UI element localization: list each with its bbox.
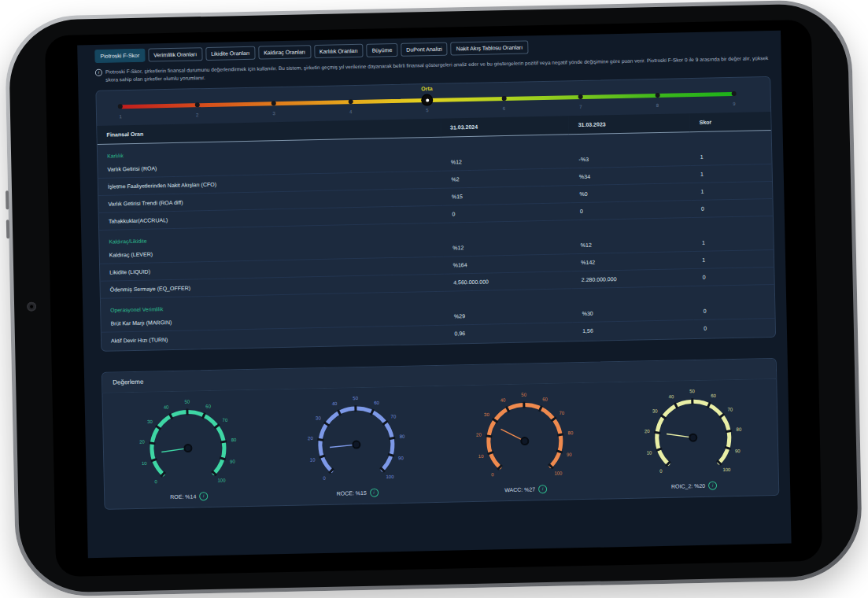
svg-text:80: 80 <box>231 437 237 442</box>
value-2023: 1,56 <box>573 319 694 339</box>
svg-text:20: 20 <box>476 432 482 437</box>
gauge-roic_2: 0102030405060708090100ROIC_2: %20i <box>608 386 778 492</box>
svg-text:90: 90 <box>398 456 404 460</box>
svg-text:80: 80 <box>567 430 573 435</box>
svg-text:60: 60 <box>374 401 379 405</box>
fscore-tick-dot <box>655 93 659 98</box>
svg-text:70: 70 <box>559 411 564 415</box>
gauge-value-label: ROIC_2: %20 <box>671 483 705 489</box>
fscore-tick-label: 2 <box>196 113 198 117</box>
svg-text:40: 40 <box>668 394 674 399</box>
tab-karlilik-oranlari[interactable]: Karlılık Oranları <box>314 44 364 58</box>
svg-text:0: 0 <box>154 479 157 484</box>
column-header-1: 31.03.2024 <box>441 116 569 137</box>
gauge-info-icon[interactable]: i <box>370 488 379 496</box>
tab-piotroski-f-skor[interactable]: Piotroski F-Skor <box>94 49 145 63</box>
gauge-roe: 0102030405060708090100ROE: %14i <box>103 396 274 502</box>
svg-text:10: 10 <box>478 454 484 459</box>
svg-text:90: 90 <box>567 452 572 456</box>
tab-likidite-oranlari[interactable]: Likidite Oranları <box>205 46 255 61</box>
tab-kaldirac-oranlari[interactable]: Kaldıraç Oranları <box>258 45 311 59</box>
value-2023: 2.280.000.000 <box>572 268 694 288</box>
tab-dupont-analizi[interactable]: DuPont Analizi <box>401 42 448 57</box>
fscore-tick-label: 8 <box>656 103 659 108</box>
column-header-2: 31.03.2023 <box>568 113 690 135</box>
value-2023: %142 <box>571 251 693 271</box>
fscore-tick-label: 5 <box>426 108 428 113</box>
fscore-current-label: Orta <box>421 86 433 91</box>
svg-text:60: 60 <box>711 393 716 398</box>
svg-text:20: 20 <box>139 439 145 444</box>
volume-down-button <box>6 220 10 239</box>
svg-text:70: 70 <box>223 418 228 423</box>
svg-text:70: 70 <box>727 407 733 412</box>
score-value: 1 <box>693 249 774 268</box>
fscore-tick-dot <box>271 101 276 105</box>
score-value: 1 <box>691 181 772 200</box>
svg-text:10: 10 <box>647 450 652 455</box>
camera-icon <box>27 302 36 312</box>
score-value: 0 <box>693 301 774 320</box>
score-value: 1 <box>693 233 774 252</box>
svg-text:50: 50 <box>689 389 695 393</box>
tablet-frame: Piotroski F-SkorVerimlilik OranlarıLikid… <box>4 0 862 597</box>
svg-text:0: 0 <box>659 468 663 473</box>
fscore-tick-label: 1 <box>119 114 121 119</box>
info-icon: i <box>95 69 102 76</box>
svg-text:100: 100 <box>722 467 731 472</box>
column-header-3: Skor <box>689 112 770 132</box>
svg-text:20: 20 <box>645 429 650 434</box>
gauges-row: 0102030405060708090100ROE: %14i010203040… <box>102 379 778 509</box>
gauge-info-icon[interactable]: i <box>199 492 208 500</box>
svg-text:50: 50 <box>521 392 526 397</box>
fscore-tick-label: 9 <box>733 102 735 106</box>
svg-text:40: 40 <box>332 401 338 406</box>
svg-text:80: 80 <box>400 434 405 438</box>
svg-text:30: 30 <box>147 419 153 424</box>
gauge-info-icon[interactable]: i <box>538 485 547 493</box>
valuation-panel: Değerleme 0102030405060708090100ROE: %14… <box>102 358 779 510</box>
fscore-tick-label: 4 <box>349 109 352 114</box>
gauge-chart-roe: 0102030405060708090100 <box>115 396 261 492</box>
fscore-tick-label: 6 <box>503 106 505 111</box>
svg-text:80: 80 <box>736 426 741 431</box>
svg-text:50: 50 <box>353 396 358 401</box>
score-value: 1 <box>691 164 772 183</box>
tab-verimlilik-oranlari[interactable]: Verimlilik Oranları <box>148 47 202 61</box>
gauge-roce: 0102030405060708090100ROCE: %15i <box>271 393 442 499</box>
svg-text:10: 10 <box>142 461 147 466</box>
value-2023: %34 <box>570 165 692 185</box>
svg-text:60: 60 <box>205 404 211 408</box>
score-value: 1 <box>690 147 771 166</box>
score-value: 0 <box>692 198 773 217</box>
value-2023: 0 <box>571 200 693 220</box>
dashboard-app: Piotroski F-SkorVerimlilik OranlarıLikid… <box>77 31 791 559</box>
value-2024: 0,96 <box>445 323 573 342</box>
tab-buyume[interactable]: Büyüme <box>366 43 397 57</box>
gauge-chart-roic_2: 0102030405060708090100 <box>619 386 766 482</box>
score-value: 0 <box>693 267 774 286</box>
fscore-tick-dot <box>732 91 737 96</box>
svg-text:50: 50 <box>184 399 190 404</box>
svg-text:30: 30 <box>316 415 321 420</box>
gauge-wacc: 0102030405060708090100WACC: %27i <box>440 389 611 495</box>
page: Piotroski F-SkorVerimlilik OranlarıLikid… <box>0 0 868 598</box>
svg-text:60: 60 <box>542 397 548 401</box>
fscore-marker <box>422 95 432 105</box>
gauge-value-label: ROE: %14 <box>170 493 196 500</box>
fscore-tick-dot <box>194 102 199 107</box>
gauge-value-label: ROCE: %15 <box>337 490 367 496</box>
fscore-tick-dot <box>118 105 123 109</box>
gauge-info-icon[interactable]: i <box>708 481 717 489</box>
value-2023: %0 <box>570 183 692 202</box>
svg-text:100: 100 <box>386 474 394 479</box>
svg-text:100: 100 <box>554 471 563 475</box>
volume-up-button <box>6 191 9 210</box>
svg-text:0: 0 <box>491 472 494 477</box>
svg-text:30: 30 <box>652 408 658 413</box>
svg-text:40: 40 <box>500 397 506 402</box>
tab-nakit-akis-tablosu-oranlari[interactable]: Nakit Akış Tablosu Oranları <box>451 40 529 55</box>
fscore-tick-label: 7 <box>579 105 582 109</box>
svg-text:30: 30 <box>484 412 489 417</box>
tablet-bezel: Piotroski F-SkorVerimlilik OranlarıLikid… <box>8 3 859 593</box>
